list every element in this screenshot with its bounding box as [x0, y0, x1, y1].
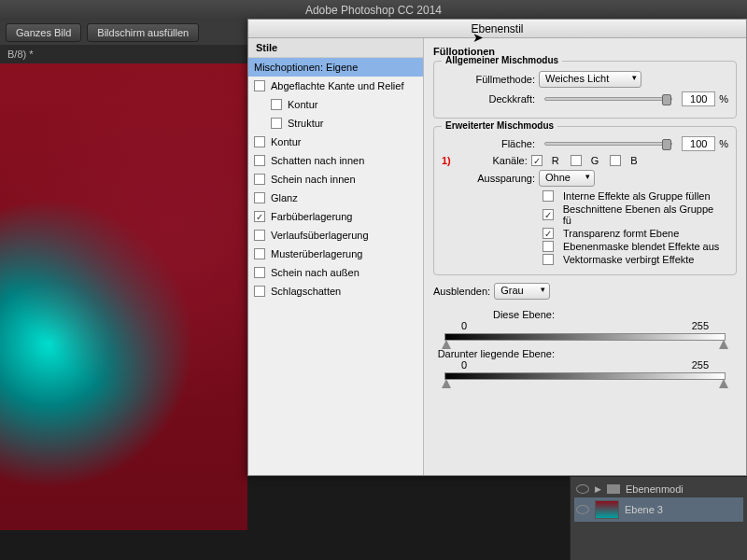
- style-blending-options[interactable]: Mischoptionen: Eigene: [248, 58, 423, 77]
- options-panel: Fülloptionen Allgemeiner Mischmodus Füll…: [424, 38, 746, 475]
- underlying-layer-label: Darunter liegende Ebene:: [433, 348, 555, 359]
- fill-screen-button[interactable]: Bildschirm ausfüllen: [87, 23, 199, 42]
- visibility-icon[interactable]: [576, 505, 589, 514]
- style-checkbox[interactable]: [254, 230, 265, 241]
- internal-effects-checkbox[interactable]: Interne Effekte als Gruppe füllen: [543, 190, 711, 202]
- style-item[interactable]: Schatten nach innen: [248, 151, 423, 170]
- channel-r-checkbox[interactable]: R: [531, 155, 559, 166]
- style-item[interactable]: Farbüberlagerung: [248, 207, 423, 226]
- full-image-button[interactable]: Ganzes Bild: [6, 23, 81, 42]
- style-item[interactable]: Kontur: [248, 95, 423, 114]
- style-checkbox[interactable]: [254, 286, 265, 297]
- style-checkbox[interactable]: [271, 99, 282, 110]
- fill-area-slider[interactable]: [544, 142, 672, 146]
- layer-group-row[interactable]: ▶ Ebenenmodi: [574, 481, 743, 497]
- style-item[interactable]: Musterüberlagerung: [248, 245, 423, 263]
- clipped-layers-checkbox[interactable]: Beschnittene Ebenen als Gruppe fü: [543, 203, 721, 226]
- layer-thumbnail: [595, 500, 619, 519]
- fill-area-label: Fläche:: [442, 138, 535, 149]
- style-checkbox[interactable]: [254, 211, 265, 222]
- transparency-shapes-checkbox[interactable]: Transparenz formt Ebene: [543, 228, 679, 239]
- style-checkbox[interactable]: [254, 192, 265, 203]
- layer-style-dialog: Ebenenstil Stile Mischoptionen: Eigene A…: [247, 19, 747, 476]
- folder-icon: [607, 484, 620, 494]
- chevron-right-icon[interactable]: ▶: [595, 484, 601, 494]
- blend-mode-label: Füllmethode:: [442, 74, 535, 85]
- style-checkbox[interactable]: [254, 155, 265, 166]
- style-checkbox[interactable]: [254, 248, 265, 259]
- blendif-dropdown[interactable]: Grau: [494, 283, 550, 300]
- app-titlebar: Adobe Photoshop CC 2014: [0, 0, 747, 21]
- opacity-label: Deckkraft:: [442, 93, 535, 105]
- vector-mask-hides-checkbox[interactable]: Vektormaske verbirgt Effekte: [543, 254, 694, 265]
- dialog-title: Ebenenstil: [248, 20, 746, 38]
- layer-mask-hides-checkbox[interactable]: Ebenenmaske blendet Effekte aus: [543, 241, 719, 252]
- styles-header: Stile: [248, 38, 423, 58]
- style-item[interactable]: Struktur: [248, 114, 423, 133]
- canvas-preview: [0, 63, 247, 530]
- opacity-slider[interactable]: [544, 97, 672, 101]
- fill-area-input[interactable]: [682, 136, 715, 151]
- opacity-input[interactable]: [682, 91, 715, 106]
- channels-label: Kanäle:: [458, 155, 528, 166]
- style-item[interactable]: Verlaufsüberlagerung: [248, 226, 423, 245]
- style-item[interactable]: Kontur: [248, 133, 423, 151]
- style-item[interactable]: Schein nach innen: [248, 170, 423, 189]
- annotation-marker-1: 1): [442, 155, 451, 166]
- knockout-label: Aussparung:: [442, 173, 535, 184]
- style-item[interactable]: Abgeflachte Kante und Relief: [248, 77, 423, 95]
- blendif-label: Ausblenden:: [433, 286, 490, 297]
- advanced-blend-fieldset: Erweiterter Mischmodus Fläche: % 1) Kanä…: [433, 126, 737, 275]
- styles-list: Stile Mischoptionen: Eigene Abgeflachte …: [248, 38, 424, 475]
- style-item[interactable]: Schlagschatten: [248, 282, 423, 301]
- style-checkbox[interactable]: [254, 136, 265, 147]
- style-checkbox[interactable]: [254, 267, 265, 278]
- knockout-dropdown[interactable]: Ohne: [539, 170, 595, 187]
- general-blend-fieldset: Allgemeiner Mischmodus Füllmethode: Weic…: [433, 61, 737, 119]
- channel-g-checkbox[interactable]: G: [571, 155, 599, 166]
- layers-panel: ▶ Ebenenmodi Ebene 3: [570, 476, 747, 560]
- visibility-icon[interactable]: [576, 484, 589, 494]
- layer-row[interactable]: Ebene 3: [574, 497, 743, 522]
- underlying-layer-gradient[interactable]: [444, 372, 726, 380]
- style-item[interactable]: Schein nach außen: [248, 263, 423, 282]
- style-checkbox[interactable]: [254, 80, 265, 91]
- style-item[interactable]: Glanz: [248, 189, 423, 207]
- style-checkbox[interactable]: [254, 174, 265, 185]
- style-checkbox[interactable]: [271, 118, 282, 129]
- channel-b-checkbox[interactable]: B: [610, 155, 637, 166]
- this-layer-gradient[interactable]: [444, 333, 726, 341]
- this-layer-label: Diese Ebene:: [433, 309, 555, 320]
- blend-mode-dropdown[interactable]: Weiches Licht: [539, 71, 641, 88]
